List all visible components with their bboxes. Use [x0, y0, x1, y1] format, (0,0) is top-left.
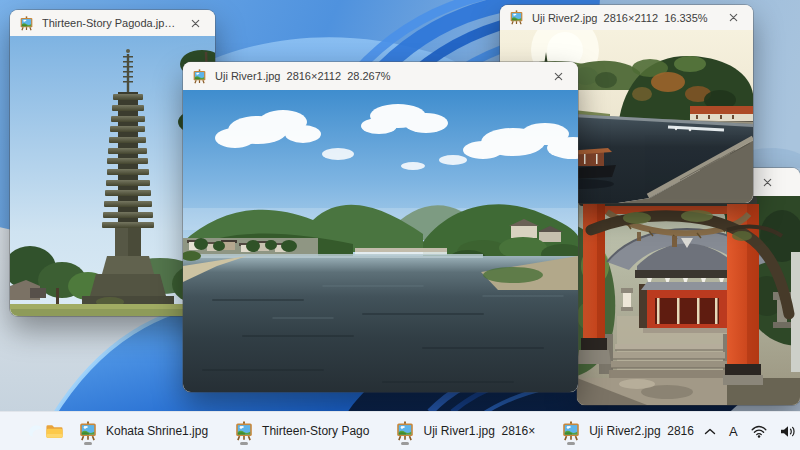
wifi-icon[interactable]	[751, 425, 767, 438]
chevron-up-icon[interactable]	[704, 428, 716, 435]
window-title: Uji River2.jpg 2816×2112 16.335%	[532, 12, 708, 24]
image-viewer-icon	[19, 16, 34, 31]
kohata-shrine-photo[interactable]	[577, 196, 800, 405]
window-title: Thirteen-Story Pagoda.jpg 1584×2112…	[42, 17, 178, 29]
taskbar-app-label: Kohata Shrine1.jpg	[106, 424, 208, 438]
folder-icon	[45, 422, 64, 441]
ime-indicator[interactable]: A	[729, 424, 738, 439]
windows-logo-icon	[8, 422, 26, 440]
window-uji-river1[interactable]: Uji River1.jpg 2816×2112 28.267%	[183, 62, 578, 392]
volume-icon[interactable]	[780, 425, 797, 438]
image-viewer-icon	[509, 10, 524, 25]
file-explorer-button[interactable]	[45, 415, 64, 447]
taskbar-app-uji-river1[interactable]: Uji River1.jpg 2816×	[387, 415, 545, 447]
taskbar: Kohata Shrine1.jpg Thirteen-Story Pago U…	[0, 411, 800, 450]
running-indicator	[84, 442, 92, 445]
taskbar-app-label: Thirteen-Story Pago	[262, 424, 369, 438]
image-viewer-icon	[234, 421, 254, 441]
window-title: Uji River1.jpg 2816×2112 28.267%	[215, 70, 391, 82]
close-icon[interactable]	[186, 14, 204, 32]
edge-button[interactable]	[26, 415, 45, 447]
running-indicator	[401, 442, 409, 445]
running-indicator	[567, 442, 575, 445]
titlebar-pagoda[interactable]: Thirteen-Story Pagoda.jpg 1584×2112…	[10, 10, 215, 36]
taskbar-app-label: Uji River1.jpg 2816×	[423, 424, 535, 438]
start-button[interactable]	[8, 415, 26, 447]
image-viewer-icon	[78, 421, 98, 441]
image-viewer-icon	[561, 421, 581, 441]
desktop: Uji River2.jpg 2816×2112 16.335%	[0, 0, 800, 450]
taskbar-app-uji-river2[interactable]: Uji River2.jpg 2816	[553, 415, 704, 447]
close-icon[interactable]	[724, 9, 742, 27]
taskbar-app-thirteen-story-pagoda[interactable]: Thirteen-Story Pago	[226, 415, 379, 447]
edge-icon	[26, 422, 45, 441]
titlebar-uji-river1[interactable]: Uji River1.jpg 2816×2112 28.267%	[183, 62, 578, 90]
taskbar-app-kohata-shrine1[interactable]: Kohata Shrine1.jpg	[70, 415, 218, 447]
image-viewer-icon	[192, 69, 207, 84]
taskbar-apps: Kohata Shrine1.jpg Thirteen-Story Pago U…	[70, 415, 704, 447]
system-tray: A 0:20 2026/02/09	[704, 418, 800, 444]
uji-river1-photo[interactable]	[183, 90, 578, 392]
close-icon[interactable]	[758, 173, 776, 191]
running-indicator	[240, 442, 248, 445]
image-viewer-icon	[395, 421, 415, 441]
titlebar-uji-river2[interactable]: Uji River2.jpg 2816×2112 16.335%	[500, 5, 753, 30]
close-icon[interactable]	[549, 67, 567, 85]
window-kohata-shrine[interactable]	[577, 168, 800, 405]
taskbar-app-label: Uji River2.jpg 2816	[589, 424, 694, 438]
